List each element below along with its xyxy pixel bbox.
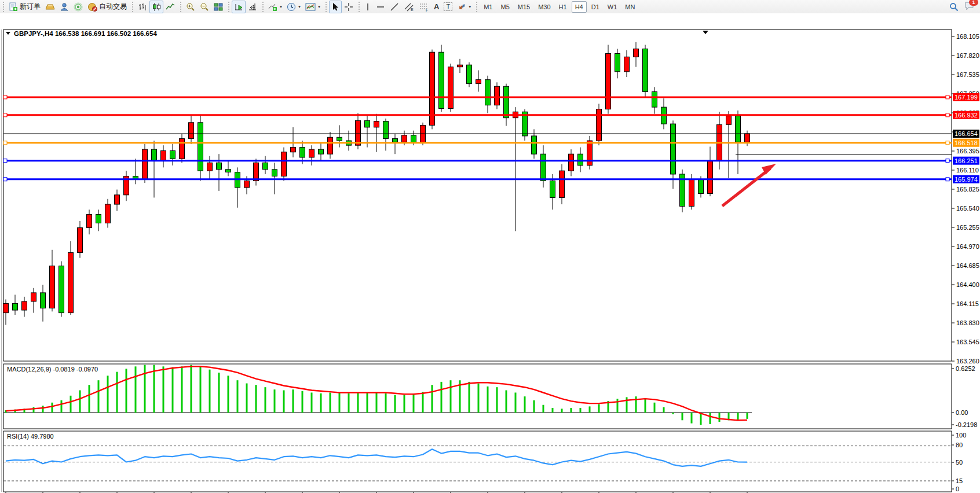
candle-body — [180, 139, 185, 159]
templates-button[interactable]: ▾ — [303, 1, 323, 13]
autotrading-icon — [87, 2, 97, 12]
arrows-tool-button[interactable]: ▾ — [455, 1, 473, 13]
candle-body — [587, 141, 593, 165]
candle-body — [291, 148, 296, 152]
candle-body — [152, 149, 157, 161]
rsi-axis-label: 100 — [956, 432, 966, 439]
autotrading-label: 自动交易 — [99, 2, 127, 12]
zoom-in-button[interactable] — [184, 1, 198, 13]
candle-body — [22, 301, 27, 310]
autotrading-button[interactable]: 自动交易 — [85, 1, 129, 13]
timeframe-mn-button[interactable]: MN — [621, 1, 638, 13]
search-icon[interactable] — [949, 2, 959, 12]
price-axis-label: 163.545 — [956, 339, 979, 345]
timeframe-m15-button[interactable]: M15 — [514, 1, 533, 13]
chart-window: 168.105167.820167.535167.250166.965166.6… — [0, 13, 980, 493]
candle-body — [671, 124, 676, 174]
rsi-axis-label: 50 — [956, 459, 963, 466]
cursor-button[interactable] — [329, 1, 342, 13]
line-handle[interactable] — [3, 141, 7, 145]
candle-body — [41, 293, 46, 308]
vertical-line-tool-button[interactable] — [362, 1, 374, 13]
timeframe-d1-button[interactable]: D1 — [588, 1, 603, 13]
auto-scroll-button[interactable] — [232, 1, 246, 13]
candle-body — [634, 49, 639, 57]
price-badge-label: 165.974 — [955, 176, 978, 183]
candle-body — [439, 52, 444, 108]
timeframe-h4-button[interactable]: H4 — [572, 1, 587, 13]
timeframe-w1-button[interactable]: W1 — [604, 1, 621, 13]
candle-body — [328, 137, 333, 154]
timeframe-h1-button[interactable]: H1 — [555, 1, 571, 13]
notification-count-badge: 1 — [969, 0, 978, 6]
candle-body — [356, 120, 361, 145]
candle-body — [3, 303, 9, 312]
line-handle[interactable] — [946, 113, 949, 117]
notifications-button[interactable]: 1 — [964, 1, 974, 12]
chart-canvas: 168.105167.820167.535167.250166.965166.6… — [0, 13, 980, 493]
toolbar-grip — [178, 2, 182, 12]
line-handle[interactable] — [3, 95, 7, 99]
bar-chart-icon — [138, 2, 147, 12]
timeframe-m1-button[interactable]: M1 — [480, 1, 496, 13]
candle-body — [699, 179, 704, 193]
candle-body — [736, 116, 741, 142]
line-handle[interactable] — [946, 95, 949, 99]
market-depth-button[interactable] — [43, 1, 57, 13]
channel-tool-button[interactable]: E — [401, 1, 416, 13]
rsi-axis-label: 15 — [956, 477, 963, 484]
candle-body — [458, 65, 463, 67]
zoom-out-button[interactable] — [198, 1, 211, 13]
line-chart-button[interactable] — [163, 1, 177, 13]
community-button[interactable] — [57, 1, 71, 13]
dropdown-caret-icon: ▾ — [469, 4, 471, 9]
macd-axis-label: -0.2198 — [956, 421, 977, 428]
candle-body — [467, 65, 472, 83]
line-handle[interactable] — [946, 159, 949, 163]
toolbar-grip — [474, 2, 478, 12]
candle-body — [161, 150, 166, 160]
price-axis-label: 166.110 — [956, 167, 979, 174]
bar-chart-button[interactable] — [136, 1, 149, 13]
candle-body — [244, 181, 250, 188]
crosshair-icon — [344, 2, 353, 12]
dropdown-caret-icon: ▾ — [318, 4, 320, 9]
text-tool-button[interactable]: A — [432, 1, 441, 13]
candlestick-chart-button[interactable] — [149, 1, 163, 13]
indicators-button[interactable]: ▾ — [266, 1, 284, 13]
crosshair-button[interactable] — [342, 1, 356, 13]
candle-body — [272, 170, 277, 176]
new-order-button[interactable]: 新订单 — [6, 1, 43, 13]
line-handle[interactable] — [946, 178, 949, 181]
indicators-icon — [268, 2, 277, 12]
candle-body — [448, 67, 454, 109]
candle-body — [96, 214, 101, 223]
horizontal-line-icon — [376, 2, 385, 12]
chart-shift-button[interactable] — [246, 1, 259, 13]
trendline-tool-button[interactable] — [387, 1, 401, 13]
signal-broadcast-icon — [74, 2, 83, 12]
line-handle[interactable] — [3, 113, 7, 117]
periods-button[interactable]: ▾ — [284, 1, 303, 13]
horizontal-line-tool-button[interactable] — [374, 1, 387, 13]
candle-body — [374, 121, 379, 127]
line-handle[interactable] — [3, 159, 7, 163]
candle-body — [31, 293, 36, 301]
tile-windows-button[interactable] — [211, 1, 225, 13]
cursor-arrow-icon — [331, 2, 339, 12]
candle-body — [226, 170, 231, 172]
signals-button[interactable] — [71, 1, 85, 13]
line-handle[interactable] — [3, 178, 7, 181]
line-chart-icon — [166, 2, 175, 12]
fibonacci-tool-button[interactable]: F — [416, 1, 432, 13]
timeframe-m5-button[interactable]: M5 — [497, 1, 513, 13]
main-price-panel — [3, 30, 952, 361]
timeframe-m30-button[interactable]: M30 — [535, 1, 554, 13]
candle-body — [411, 135, 416, 143]
line-handle[interactable] — [946, 141, 949, 145]
candle-body — [495, 86, 500, 105]
label-tool-button[interactable]: T — [441, 1, 455, 13]
text-tool-icon: A — [434, 2, 439, 11]
trendline-icon — [390, 2, 399, 12]
candle-body — [560, 171, 565, 197]
